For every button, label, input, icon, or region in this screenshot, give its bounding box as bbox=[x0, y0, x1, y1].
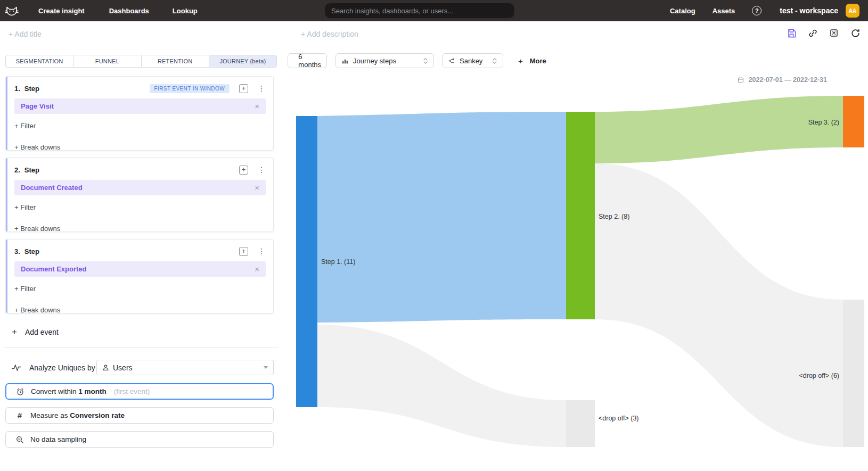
tab-retention[interactable]: RETENTION bbox=[141, 55, 209, 67]
app-logo-cat-icon[interactable] bbox=[4, 3, 19, 18]
bar-chart-icon bbox=[341, 57, 349, 64]
insight-header-bar: + Add title + Add description bbox=[0, 21, 868, 46]
add-breakdowns-link[interactable]: + Break downs bbox=[14, 306, 266, 314]
pulse-icon bbox=[12, 363, 21, 372]
metric-type-select[interactable]: Journey steps bbox=[335, 53, 434, 68]
nav-catalog[interactable]: Catalog bbox=[670, 7, 695, 15]
step-title: Step bbox=[24, 247, 39, 255]
event-name[interactable]: Page Visit bbox=[21, 102, 54, 110]
help-icon[interactable]: ? bbox=[752, 6, 761, 15]
flow-step2-to-dropoff[interactable] bbox=[595, 163, 843, 447]
share-link-icon[interactable] bbox=[807, 28, 818, 38]
top-navbar: Create insight Dashboards Lookup Catalog… bbox=[0, 0, 868, 21]
sankey-node-step1[interactable] bbox=[296, 116, 317, 407]
add-filter-link[interactable]: + Filter bbox=[14, 203, 266, 211]
remove-event-icon[interactable]: × bbox=[255, 102, 259, 111]
step-menu-icon[interactable]: ⋮ bbox=[257, 84, 266, 93]
metric-type-value: Journey steps bbox=[353, 57, 396, 65]
sankey-node-step2[interactable] bbox=[566, 112, 595, 319]
add-filter-link[interactable]: + Filter bbox=[14, 285, 266, 293]
chart-type-value: Sankey bbox=[460, 57, 482, 65]
step-number: 3. bbox=[14, 247, 20, 255]
analyze-row: Analyze Uniques by Users bbox=[12, 360, 274, 375]
save-icon[interactable] bbox=[786, 28, 797, 38]
add-event-to-step-button[interactable]: + bbox=[239, 84, 248, 93]
flow-step1-to-dropoff[interactable] bbox=[317, 325, 566, 447]
remove-event-icon[interactable]: × bbox=[255, 183, 259, 192]
sankey-chart: Step 1. (11) Step 2. (8) Step 3. (2) <dr… bbox=[282, 75, 868, 471]
sankey-label-dropoff-6: <drop off> (6) bbox=[799, 372, 839, 379]
event-pill[interactable]: Page Visit × bbox=[14, 98, 266, 114]
step-menu-icon[interactable]: ⋮ bbox=[257, 247, 266, 255]
analyze-by-dropdown[interactable]: Users bbox=[96, 360, 274, 375]
event-name[interactable]: Document Created bbox=[21, 184, 83, 192]
zoom-out-icon bbox=[15, 435, 24, 444]
plus-icon: + bbox=[518, 56, 523, 65]
step-title: Step bbox=[24, 85, 39, 93]
navbar-right-group: Catalog Assets ? test - workspace AA bbox=[670, 0, 859, 21]
event-pill[interactable]: Document Exported × bbox=[14, 261, 266, 277]
flow-step2-to-step3[interactable] bbox=[595, 96, 843, 163]
analyze-by-value: Users bbox=[113, 363, 133, 372]
sankey-node-dropoff-6[interactable] bbox=[843, 300, 864, 447]
nav-assets[interactable]: Assets bbox=[713, 7, 735, 15]
step-number: 1. bbox=[14, 85, 20, 93]
convert-within-hint: (first event) bbox=[114, 387, 150, 395]
sankey-flow-icon bbox=[448, 57, 455, 64]
add-title-field[interactable]: + Add title bbox=[9, 30, 42, 38]
hash-icon: # bbox=[15, 411, 24, 420]
sankey-label-step3: Step 3. (2) bbox=[808, 119, 839, 126]
clear-insight-icon[interactable] bbox=[829, 28, 839, 38]
nav-dashboards[interactable]: Dashboards bbox=[109, 7, 149, 15]
flow-step1-to-step2[interactable] bbox=[317, 112, 566, 323]
convert-within-value: 1 month bbox=[78, 387, 107, 395]
calendar-icon bbox=[293, 57, 294, 64]
step-menu-icon[interactable]: ⋮ bbox=[257, 166, 266, 174]
stopwatch-icon bbox=[16, 387, 24, 396]
chevron-down-icon bbox=[264, 366, 268, 369]
more-label: More bbox=[530, 57, 546, 65]
add-event-to-step-button[interactable]: + bbox=[239, 247, 248, 256]
chart-type-select[interactable]: Sankey bbox=[442, 53, 503, 68]
add-filter-link[interactable]: + Filter bbox=[14, 122, 266, 130]
step-title: Step bbox=[24, 166, 39, 174]
event-pill[interactable]: Document Created × bbox=[14, 180, 266, 195]
workspace-name[interactable]: test - workspace bbox=[780, 6, 838, 15]
convert-within-setting[interactable]: Convert within 1 month (first event) bbox=[5, 383, 274, 400]
add-description-field[interactable]: + Add description bbox=[301, 30, 358, 38]
sankey-node-dropoff-3[interactable] bbox=[566, 400, 595, 447]
sankey-label-dropoff-3: <drop off> (3) bbox=[599, 415, 639, 422]
data-sampling-setting[interactable]: No data sampling bbox=[5, 431, 274, 448]
remove-event-icon[interactable]: × bbox=[255, 265, 259, 274]
analyze-uniques-label: Analyze Uniques by bbox=[29, 363, 95, 372]
plus-icon: + bbox=[12, 327, 17, 337]
sankey-label-step1: Step 1. (11) bbox=[321, 258, 355, 266]
insight-type-tabs: SEGMENTATION FUNNEL RETENTION JOURNEY (b… bbox=[5, 55, 277, 68]
panel-divider bbox=[4, 347, 279, 348]
user-icon bbox=[102, 364, 109, 371]
refresh-icon[interactable] bbox=[850, 28, 861, 38]
more-options-button[interactable]: + More bbox=[518, 53, 546, 68]
updown-chevron-icon bbox=[423, 57, 428, 65]
add-event-to-step-button[interactable]: + bbox=[239, 166, 248, 175]
tab-segmentation[interactable]: SEGMENTATION bbox=[6, 55, 73, 67]
tab-journey[interactable]: JOURNEY (beta) bbox=[209, 55, 276, 67]
step-number: 2. bbox=[14, 166, 20, 174]
event-name[interactable]: Document Exported bbox=[21, 265, 87, 273]
tab-funnel[interactable]: FUNNEL bbox=[73, 55, 141, 67]
sankey-node-step3[interactable] bbox=[843, 96, 864, 147]
data-sampling-value: No data sampling bbox=[30, 435, 86, 443]
measure-as-setting[interactable]: # Measure as Conversion rate bbox=[5, 407, 274, 424]
nav-lookup[interactable]: Lookup bbox=[173, 7, 198, 15]
measure-as-value: Conversion rate bbox=[70, 411, 125, 419]
add-breakdowns-link[interactable]: + Break downs bbox=[14, 225, 266, 233]
date-period-button[interactable]: 6 months bbox=[288, 53, 327, 68]
global-search-input[interactable] bbox=[325, 3, 514, 18]
first-event-badge: FIRST EVENT IN WINDOW bbox=[150, 84, 230, 93]
updown-chevron-icon bbox=[492, 57, 497, 65]
nav-create-insight[interactable]: Create insight bbox=[38, 7, 85, 15]
user-avatar[interactable]: AA bbox=[846, 4, 859, 18]
step-card-2: 2. Step + ⋮ Document Created × + Filter … bbox=[5, 158, 274, 232]
add-event-button[interactable]: + Add event bbox=[12, 327, 59, 337]
add-breakdowns-link[interactable]: + Break downs bbox=[14, 143, 266, 151]
